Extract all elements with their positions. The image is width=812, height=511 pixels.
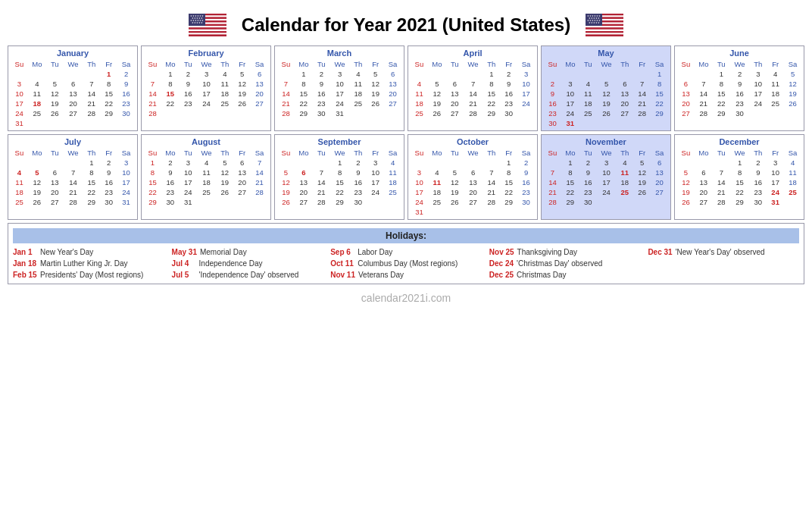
calendar-day: 10 <box>767 168 784 177</box>
calendar-day: 22 <box>730 187 750 197</box>
calendar-day: 10 <box>517 79 535 89</box>
calendar-day: 23 <box>517 187 535 197</box>
calendar-day: 31 <box>11 118 28 128</box>
month-july: JulySuMoTuWeThFrSa1234567891011121314151… <box>8 134 138 220</box>
calendar-day: 24 <box>11 108 28 118</box>
calendar-day: 15 <box>144 177 161 187</box>
calendar-day: 3 <box>411 168 428 177</box>
calendar-day: 11 <box>784 168 801 177</box>
calendar-day: 9 <box>517 168 535 177</box>
calendar-day: 16 <box>730 89 750 99</box>
calendar-day: 9 <box>730 79 750 89</box>
calendar-day: 30 <box>500 108 517 118</box>
calendar-day: 13 <box>233 168 251 177</box>
calendar-day: 24 <box>561 108 579 118</box>
calendar-day: 20 <box>446 99 464 108</box>
calendar-day: 17 <box>767 177 784 187</box>
month-title: November <box>544 137 668 146</box>
calendar-day: 18 <box>784 177 801 187</box>
calendar-day: 11 <box>428 177 446 187</box>
calendar-day: 9 <box>100 168 117 177</box>
calendar-day <box>695 69 713 79</box>
calendar-day: 28 <box>64 197 83 207</box>
calendar-day: 12 <box>367 79 384 89</box>
month-january: JanuarySuMoTuWeThFrSa1234567891011121314… <box>8 45 138 131</box>
holiday-date: Jul 4 <box>172 259 196 268</box>
calendar-day: 4 <box>428 168 446 177</box>
calendar-day: 3 <box>180 158 197 168</box>
calendar-day: 10 <box>411 177 428 187</box>
calendar-day: 23 <box>180 99 197 108</box>
calendar-day <box>277 158 295 168</box>
calendar-day: 4 <box>579 79 597 89</box>
holiday-date: Oct 11 <box>330 259 354 268</box>
holiday-name: Thanksgiving Day <box>517 248 577 256</box>
calendar-day: 28 <box>483 197 500 207</box>
calendar-day: 17 <box>367 177 384 187</box>
calendar-day: 10 <box>561 89 579 99</box>
calendar-day: 11 <box>11 177 28 187</box>
calendar-day: 6 <box>464 168 483 177</box>
svg-rect-11 <box>189 33 226 34</box>
calendar-day: 21 <box>713 187 730 197</box>
calendar-day: 29 <box>100 108 117 118</box>
calendar-day: 8 <box>730 168 750 177</box>
calendar-day: 2 <box>730 69 750 79</box>
calendar-day: 7 <box>483 168 500 177</box>
calendar-day: 20 <box>295 187 313 197</box>
month-title: October <box>411 137 535 146</box>
calendar-day: 5 <box>677 168 695 177</box>
calendar-day: 3 <box>749 69 767 79</box>
calendar-day: 29 <box>330 197 350 207</box>
holiday-item: Dec 24'Christmas Day' observed <box>489 259 641 268</box>
calendar-day: 17 <box>330 89 350 99</box>
month-title: July <box>11 137 135 146</box>
calendar-day: 16 <box>517 177 535 187</box>
holiday-name: 'New Year's Day' observed <box>676 248 765 256</box>
calendar-day: 19 <box>633 177 651 187</box>
calendar-day: 21 <box>633 99 651 108</box>
calendar-day: 21 <box>544 187 561 197</box>
calendar-day: 19 <box>677 187 695 197</box>
calendar-day <box>597 118 617 128</box>
calendar-day: 28 <box>251 187 268 197</box>
month-title: June <box>677 49 801 58</box>
calendar-day: 28 <box>633 108 651 118</box>
calendar-day: 12 <box>46 89 64 99</box>
calendar-day: 4 <box>384 158 401 168</box>
calendar-day: 25 <box>216 99 233 108</box>
calendar-day: 9 <box>749 168 767 177</box>
calendar-day: 2 <box>180 69 197 79</box>
calendar-day: 15 <box>483 89 500 99</box>
holiday-item: Jan 1New Year's Day <box>13 248 164 256</box>
calendar-day: 7 <box>695 79 713 89</box>
calendar-day: 19 <box>233 89 251 99</box>
calendar-day: 15 <box>161 89 180 99</box>
svg-rect-26 <box>586 27 623 29</box>
calendar-day: 23 <box>161 187 180 197</box>
calendar-day: 8 <box>100 79 117 89</box>
calendar-day: 18 <box>428 187 446 197</box>
holiday-name: Independence Day <box>199 259 263 268</box>
calendar-day: 30 <box>579 197 597 207</box>
calendar-day: 14 <box>695 89 713 99</box>
holiday-column: Sep 6Labor DayOct 11Columbus Day (Most r… <box>330 248 482 279</box>
calendar-day: 13 <box>651 168 668 177</box>
calendar-day <box>251 108 268 118</box>
calendar-day: 9 <box>313 79 330 89</box>
calendar-day: 14 <box>464 89 483 99</box>
month-may: MaySuMoTuWeThFrSa12345678910111213141516… <box>541 45 671 131</box>
calendar-day: 29 <box>713 108 730 118</box>
calendar-day: 2 <box>544 79 561 89</box>
month-april: AprilSuMoTuWeThFrSa123456789101112131415… <box>408 45 538 131</box>
calendar-day <box>46 69 64 79</box>
calendar-day: 6 <box>46 168 64 177</box>
calendar-day <box>579 118 597 128</box>
calendar-day: 22 <box>651 99 668 108</box>
calendar-day <box>651 118 668 128</box>
calendar-day: 16 <box>313 89 330 99</box>
calendar-day: 13 <box>384 79 401 89</box>
footer: calendar2021i.com <box>8 292 804 304</box>
calendar-day: 26 <box>784 99 801 108</box>
calendar-day: 13 <box>64 89 83 99</box>
